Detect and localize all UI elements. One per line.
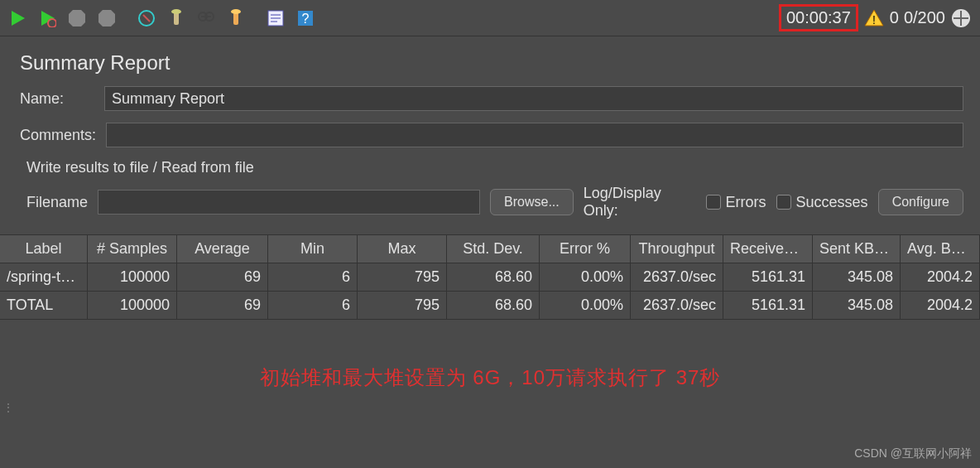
col-max[interactable]: Max <box>358 235 447 263</box>
cell: 69 <box>177 263 268 292</box>
svg-point-2 <box>48 19 56 27</box>
reset-search-button[interactable] <box>222 4 250 32</box>
table-row[interactable]: /spring-te... 100000 69 6 795 68.60 0.00… <box>0 263 980 292</box>
cell: 795 <box>358 292 447 320</box>
start-no-timers-button[interactable] <box>33 4 61 32</box>
col-error[interactable]: Error % <box>540 235 631 263</box>
stop-button[interactable] <box>63 4 91 32</box>
svg-marker-4 <box>98 10 115 27</box>
cell: 5161.31 <box>723 263 813 292</box>
help-button[interactable]: ? <box>291 4 319 32</box>
col-label[interactable]: Label <box>0 235 88 263</box>
cell: 69 <box>177 292 268 320</box>
warning-count: 0 <box>890 8 899 27</box>
name-label: Name: <box>20 90 94 108</box>
cell: 2637.0/sec <box>631 263 723 292</box>
svg-text:!: ! <box>872 13 876 27</box>
col-stddev[interactable]: Std. Dev. <box>447 235 540 263</box>
cell: 345.08 <box>813 263 901 292</box>
cell: 0.00% <box>540 292 631 320</box>
clear-button[interactable] <box>132 4 161 32</box>
logdisplay-label: Log/Display Only: <box>584 185 696 220</box>
browse-button[interactable]: Browse... <box>490 189 574 215</box>
elapsed-timer: 00:00:37 <box>779 4 858 31</box>
toolbar-left: ? <box>3 4 319 32</box>
panel-grip-icon[interactable]: ⋮ <box>3 406 13 409</box>
start-button[interactable] <box>3 4 31 32</box>
toolbar-right: 00:00:37 ! 0 0/200 <box>779 4 977 31</box>
successes-checkbox[interactable] <box>776 195 791 210</box>
col-throughput[interactable]: Throughput <box>631 235 723 263</box>
summary-panel: Summary Report Name: Comments: Write res… <box>0 36 980 228</box>
name-row: Name: <box>20 86 963 111</box>
shutdown-button[interactable] <box>93 4 121 32</box>
cell: 2004.2 <box>901 292 980 320</box>
col-average[interactable]: Average <box>177 235 268 263</box>
file-section: Write results to file / Read from file F… <box>20 159 963 228</box>
cell: 6 <box>268 263 358 292</box>
file-section-label: Write results to file / Read from file <box>26 159 963 176</box>
svg-point-11 <box>231 9 241 14</box>
svg-text:?: ? <box>302 12 310 26</box>
cell: 5161.31 <box>723 292 813 320</box>
cell: /spring-te... <box>0 263 88 292</box>
successes-label: Successes <box>796 194 868 211</box>
cell: TOTAL <box>0 292 88 320</box>
annotation-text: 初始堆和最大堆设置为 6G，10万请求执行了 37秒 <box>0 364 980 391</box>
watermark: CSDN @互联网小阿祥 <box>854 446 972 461</box>
comments-input[interactable] <box>106 123 963 147</box>
cell: 6 <box>268 292 358 320</box>
configure-button[interactable]: Configure <box>878 189 963 215</box>
errors-label: Errors <box>726 194 766 211</box>
thread-count: 0/200 <box>904 8 945 27</box>
cell: 68.60 <box>447 263 540 292</box>
col-avgbytes[interactable]: Avg. Bytes <box>901 235 980 263</box>
col-samples[interactable]: # Samples <box>88 235 177 263</box>
filename-label: Filename <box>26 194 88 211</box>
cell: 100000 <box>88 263 177 292</box>
filename-input[interactable] <box>98 190 480 215</box>
toolbar: ? 00:00:37 ! 0 0/200 <box>0 0 980 36</box>
search-button[interactable] <box>192 4 220 32</box>
cell: 345.08 <box>813 292 901 320</box>
panel-title: Summary Report <box>20 51 968 75</box>
comments-label: Comments: <box>20 127 96 144</box>
warning-icon[interactable]: ! <box>863 7 885 29</box>
cell: 795 <box>358 263 447 292</box>
cell: 100000 <box>88 292 177 320</box>
function-helper-button[interactable] <box>262 4 290 32</box>
table-header-row: Label # Samples Average Min Max Std. Dev… <box>0 235 980 263</box>
errors-checkbox[interactable] <box>706 195 721 210</box>
table-row[interactable]: TOTAL 100000 69 6 795 68.60 0.00% 2637.0… <box>0 292 980 320</box>
clear-all-button[interactable] <box>162 4 190 32</box>
comments-row: Comments: <box>20 123 963 147</box>
col-received[interactable]: Received ... <box>723 235 813 263</box>
col-sent[interactable]: Sent KB/sec <box>813 235 901 263</box>
svg-point-7 <box>171 9 181 14</box>
svg-marker-3 <box>69 10 85 27</box>
name-input[interactable] <box>104 86 963 111</box>
expand-icon[interactable] <box>950 7 972 29</box>
cell: 68.60 <box>447 292 540 320</box>
col-min[interactable]: Min <box>268 235 358 263</box>
cell: 2637.0/sec <box>631 292 723 320</box>
results-table: Label # Samples Average Min Max Std. Dev… <box>0 234 980 320</box>
svg-marker-0 <box>12 11 25 26</box>
cell: 0.00% <box>540 263 631 292</box>
cell: 2004.2 <box>901 263 980 292</box>
